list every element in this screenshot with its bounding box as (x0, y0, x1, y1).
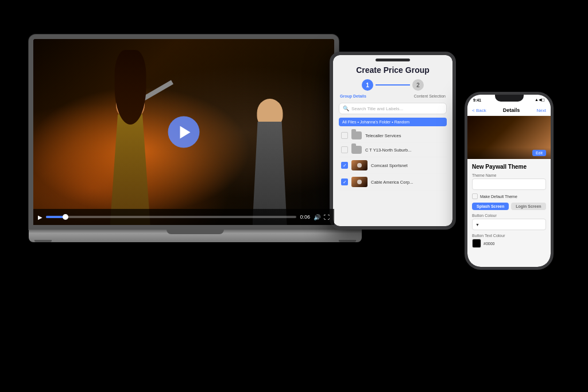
phone-notch (495, 95, 524, 102)
search-icon: 🔍 (343, 106, 349, 111)
step-line (376, 84, 410, 86)
video-controls: ▶ 0:06 🔊 ⛶ (33, 209, 334, 225)
phone-status-icons: ▲◀◻ (535, 98, 545, 102)
tablet-screen: Create Price Group 1 2 Group Details Con… (333, 55, 452, 226)
laptop-screen-border: ▶ 0:06 🔊 ⛶ (29, 34, 339, 230)
checkbox-2[interactable]: ✓ (341, 162, 348, 169)
phone-screen: 9:41 ▲◀◻ < Back Details Next Edit New Pa… (467, 95, 551, 267)
laptop-screen-content: ▶ 0:06 🔊 ⛶ (33, 39, 334, 225)
tablet: Create Price Group 1 2 Group Details Con… (330, 52, 456, 230)
phone: 9:41 ▲◀◻ < Back Details Next Edit New Pa… (465, 92, 554, 270)
make-default-row: Make Default Theme (472, 193, 546, 199)
colour-swatch (472, 239, 481, 248)
back-button[interactable]: < Back (472, 108, 486, 113)
button-text-colour-group: Button Text Colour #0000 (472, 234, 546, 248)
phone-header-title: Details (503, 107, 520, 113)
breadcrumb: All Files • Johanna's Folder • Random (339, 118, 447, 126)
make-default-checkbox[interactable] (472, 193, 478, 199)
table-row: Telecaller Services (339, 129, 447, 143)
search-placeholder: Search Title and Labels... (351, 106, 403, 111)
laptop-base (29, 230, 362, 242)
table-row: C T Y13-North Suburb... (339, 143, 447, 157)
progress-bar[interactable] (46, 216, 296, 218)
video-thumbnail-1 (351, 177, 368, 187)
button-colour-label: Button Colour (472, 214, 546, 218)
file-name-2: Comcast Sportsnet (371, 163, 444, 168)
step-labels: Group Details Content Selection (339, 94, 447, 98)
laptop-foot-left (34, 240, 52, 242)
phone-video-action-button[interactable]: Edit (532, 150, 546, 156)
step-2-label: Content Selection (414, 94, 446, 98)
play-button[interactable] (168, 117, 200, 148)
login-screen-tab[interactable]: Login Screen (511, 203, 546, 210)
checkbox-1[interactable] (341, 146, 348, 153)
tablet-title: Create Price Group (339, 65, 447, 75)
fullscreen-icon[interactable]: ⛶ (324, 214, 330, 220)
tablet-camera (376, 59, 410, 61)
file-name-3: Cable America Corp... (371, 180, 444, 185)
button-text-colour-value: #0000 (472, 239, 546, 248)
folder-icon (351, 146, 362, 154)
guitarist-figure (235, 99, 304, 225)
progress-dot (63, 214, 68, 220)
button-colour-dropdown[interactable]: ▼ (472, 219, 546, 230)
phone-video-thumbnail: Edit (467, 116, 551, 159)
button-colour-group: Button Colour ▼ (472, 214, 546, 230)
laptop: ▶ 0:06 🔊 ⛶ (29, 34, 362, 275)
play-icon (180, 126, 190, 138)
scene: ▶ 0:06 🔊 ⛶ Create P (0, 0, 588, 392)
breadcrumb-text: All Files • Johanna's Folder • Random (342, 120, 409, 124)
tablet-steps: 1 2 (339, 79, 447, 91)
theme-name-group: Theme Name (472, 173, 546, 190)
check-icon: ✓ (343, 180, 347, 185)
checkbox-3[interactable]: ✓ (341, 178, 348, 185)
laptop-foot-right (339, 240, 356, 242)
laptop-notch (167, 230, 224, 234)
file-name-1: C T Y13-North Suburb... (365, 148, 444, 153)
volume-icon[interactable]: 🔊 (314, 214, 320, 220)
make-default-label: Make Default Theme (480, 195, 517, 199)
table-row: ✓ Comcast Sportsnet (339, 157, 447, 174)
step-2-circle: 2 (412, 79, 424, 91)
singer-figure (79, 64, 182, 225)
microphone (141, 80, 173, 102)
checkbox-0[interactable] (341, 132, 348, 139)
phone-section: New Paywall Theme Theme Name Make Defaul… (467, 159, 551, 254)
colour-value: ▼ (475, 223, 479, 227)
video-thumbnail-0 (351, 160, 368, 170)
check-icon: ✓ (343, 163, 347, 168)
play-pause-icon[interactable]: ▶ (38, 214, 42, 220)
singer-hair (114, 50, 146, 125)
tab-row: Splash Screen Login Screen (472, 203, 546, 210)
next-button[interactable]: Next (537, 108, 546, 113)
phone-section-title: New Paywall Theme (472, 164, 546, 170)
theme-name-label: Theme Name (472, 173, 546, 177)
phone-time: 9:41 (473, 98, 481, 102)
time-display: 0:06 (300, 214, 310, 220)
file-name-0: Telecaller Services (365, 133, 444, 138)
table-row: ✓ Cable America Corp... (339, 174, 447, 191)
step-1-circle: 1 (362, 79, 373, 91)
search-bar[interactable]: 🔍 Search Title and Labels... (339, 103, 447, 114)
button-text-colour-label: Button Text Colour (472, 234, 546, 238)
phone-header: < Back Details Next (467, 105, 551, 116)
folder-icon (351, 131, 362, 139)
splash-screen-tab[interactable]: Splash Screen (472, 203, 509, 210)
colour-hex: #0000 (483, 242, 494, 246)
singer-body (110, 110, 150, 225)
thumb-play-icon (357, 163, 362, 168)
progress-fill (46, 216, 66, 218)
tablet-content: Create Price Group 1 2 Group Details Con… (333, 55, 452, 226)
thumb-play-icon (357, 180, 362, 184)
step-1-label: Group Details (340, 94, 366, 98)
theme-name-input[interactable] (472, 178, 546, 190)
